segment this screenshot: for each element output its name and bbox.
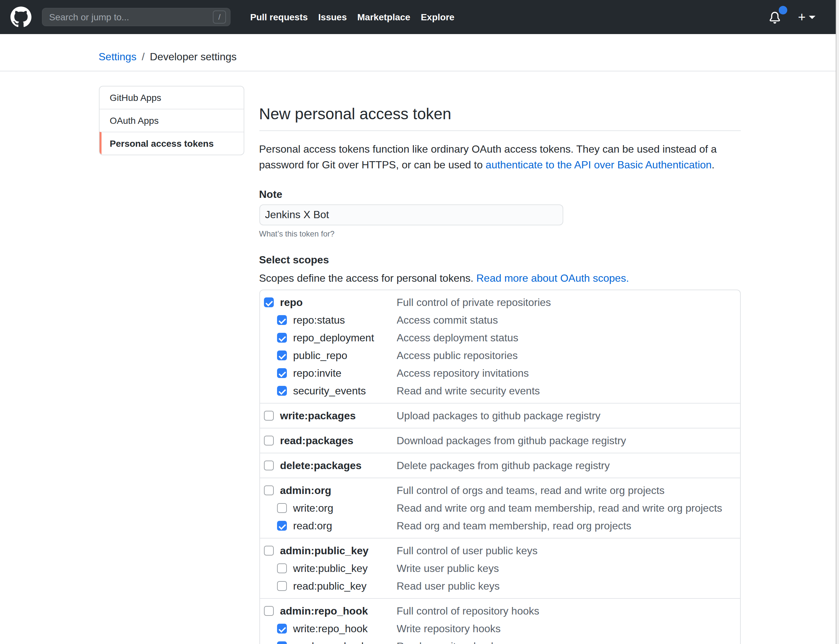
scopes-intro-text: Scopes define the access for personal to…: [259, 273, 476, 284]
scope-checkbox-admin-public-key[interactable]: [264, 546, 273, 555]
page-content: GitHub AppsOAuth AppsPersonal access tok…: [88, 86, 751, 644]
scope-row-repo-invite: repo:inviteAccess repository invitations: [260, 364, 740, 382]
scope-checkbox-delete-packages[interactable]: [264, 460, 273, 470]
nav-link-marketplace[interactable]: Marketplace: [357, 12, 410, 22]
scope-checkbox-read-packages[interactable]: [264, 436, 273, 445]
oauth-scopes-link[interactable]: Read more about OAuth scopes.: [476, 273, 629, 284]
window-scrollbar-edge[interactable]: [836, 0, 839, 644]
plus-icon: +: [798, 10, 806, 24]
nav-link-pull-requests[interactable]: Pull requests: [250, 12, 308, 22]
caret-down-icon: [809, 15, 815, 19]
scope-group: delete:packagesDelete packages from gith…: [260, 453, 740, 478]
scope-name-repo-invite[interactable]: repo:invite: [293, 367, 397, 379]
scope-row-repo-deployment: repo_deploymentAccess deployment status: [260, 329, 740, 347]
scope-name-repo-deployment[interactable]: repo_deployment: [293, 332, 397, 343]
scope-description: Full control of user public keys: [397, 545, 537, 557]
scope-checkbox-repo[interactable]: [264, 297, 273, 307]
scope-description: Read and write org and team membership, …: [397, 502, 722, 514]
scope-description: Full control of private repositories: [397, 296, 551, 308]
scope-checkbox-read-repo-hook[interactable]: [277, 641, 287, 644]
scope-name-write-packages[interactable]: write:packages: [280, 410, 397, 422]
scope-description: Write repository hooks: [397, 623, 501, 634]
breadcrumb-current: Developer settings: [150, 51, 237, 63]
scope-name-write-org[interactable]: write:org: [293, 502, 397, 514]
scope-checkbox-read-org[interactable]: [277, 521, 287, 531]
scope-name-read-org[interactable]: read:org: [293, 520, 397, 532]
scope-name-public-repo[interactable]: public_repo: [293, 350, 397, 361]
scope-checkbox-security-events[interactable]: [277, 386, 287, 396]
scope-row-read-repo-hook: read:repo_hookRead repository hooks: [260, 637, 740, 644]
basic-auth-link[interactable]: authenticate to the API over Basic Authe…: [486, 159, 712, 170]
scope-row-write-org: write:orgRead and write org and team mem…: [260, 499, 740, 517]
scope-row-write-repo-hook: write:repo_hookWrite repository hooks: [260, 620, 740, 637]
sidebar-item-github-apps[interactable]: GitHub Apps: [99, 87, 243, 109]
scope-description: Access commit status: [397, 314, 498, 326]
scope-row-admin-public-key: admin:public_keyFull control of user pub…: [260, 542, 740, 560]
scope-row-security-events: security_eventsRead and write security e…: [260, 382, 740, 400]
sidebar-item-oauth-apps[interactable]: OAuth Apps: [99, 109, 243, 132]
scope-checkbox-repo-deployment[interactable]: [277, 333, 287, 343]
scope-checkbox-repo-invite[interactable]: [277, 368, 287, 378]
breadcrumb-settings-link[interactable]: Settings: [99, 51, 136, 63]
scope-description: Read repository hooks: [397, 641, 501, 644]
scope-group: read:packagesDownload packages from gith…: [260, 428, 740, 453]
scope-name-write-public-key[interactable]: write:public_key: [293, 562, 397, 574]
sidebar-item-personal-access-tokens[interactable]: Personal access tokens: [99, 132, 243, 154]
scope-description: Download packages from github package re…: [397, 435, 626, 447]
scope-name-admin-public-key[interactable]: admin:public_key: [280, 545, 397, 557]
scope-group: admin:orgFull control of orgs and teams,…: [260, 478, 740, 538]
scope-checkbox-repo-status[interactable]: [277, 315, 287, 325]
scope-checkbox-admin-repo-hook[interactable]: [264, 606, 273, 616]
github-logo-icon[interactable]: [10, 7, 31, 28]
scope-row-admin-repo-hook: admin:repo_hookFull control of repositor…: [260, 602, 740, 620]
scope-description: Access public repositories: [397, 350, 518, 361]
scope-row-read-org: read:orgRead org and team membership, re…: [260, 517, 740, 535]
scope-name-admin-repo-hook[interactable]: admin:repo_hook: [280, 605, 397, 617]
note-label: Note: [259, 189, 740, 200]
scope-row-admin-org: admin:orgFull control of orgs and teams,…: [260, 481, 740, 499]
scope-description: Access deployment status: [397, 332, 519, 343]
scope-name-read-packages[interactable]: read:packages: [280, 435, 397, 447]
breadcrumb-separator: /: [142, 51, 145, 63]
scope-row-read-public-key: read:public_keyRead user public keys: [260, 577, 740, 595]
scope-checkbox-write-org[interactable]: [277, 503, 287, 513]
scope-checkbox-public-repo[interactable]: [277, 350, 287, 360]
select-scopes-heading: Select scopes: [259, 254, 740, 266]
search-shortcut-badge: /: [213, 10, 226, 24]
nav-link-explore[interactable]: Explore: [421, 12, 455, 22]
scope-checkbox-write-public-key[interactable]: [277, 564, 287, 573]
global-header: / Pull requestsIssuesMarketplaceExplore …: [0, 0, 839, 34]
scope-checkbox-write-repo-hook[interactable]: [277, 624, 287, 634]
scope-group: admin:repo_hookFull control of repositor…: [260, 598, 740, 644]
scope-name-admin-org[interactable]: admin:org: [280, 485, 397, 496]
scope-row-repo: repoFull control of private repositories: [260, 294, 740, 311]
scope-description: Read user public keys: [397, 580, 500, 592]
search-input[interactable]: [42, 8, 231, 26]
nav-link-issues[interactable]: Issues: [318, 12, 347, 22]
scope-name-delete-packages[interactable]: delete:packages: [280, 460, 397, 472]
scope-checkbox-write-packages[interactable]: [264, 411, 273, 421]
scope-group: repoFull control of private repositories…: [260, 290, 740, 403]
scope-name-security-events[interactable]: security_events: [293, 385, 397, 397]
scope-description: Read org and team membership, read org p…: [397, 520, 631, 532]
developer-settings-menu: GitHub AppsOAuth AppsPersonal access tok…: [99, 86, 244, 155]
scope-description: Delete packages from github package regi…: [397, 460, 610, 472]
scope-checkbox-admin-org[interactable]: [264, 485, 273, 495]
scope-name-write-repo-hook[interactable]: write:repo_hook: [293, 623, 397, 634]
scope-checkbox-read-public-key[interactable]: [277, 581, 287, 591]
scope-name-read-repo-hook[interactable]: read:repo_hook: [293, 641, 397, 644]
scope-row-public-repo: public_repoAccess public repositories: [260, 347, 740, 364]
scope-name-repo-status[interactable]: repo:status: [293, 314, 397, 326]
scope-description: Upload packages to github package regist…: [397, 410, 601, 422]
header-right-controls: +: [769, 9, 815, 25]
unread-notification-dot: [779, 6, 788, 15]
note-help-text: What’s this token for?: [259, 229, 740, 238]
scope-group: write:packagesUpload packages to github …: [260, 403, 740, 428]
scope-row-delete-packages: delete:packagesDelete packages from gith…: [260, 457, 740, 474]
create-new-menu-button[interactable]: +: [798, 10, 815, 24]
notifications-bell-icon[interactable]: [769, 9, 784, 25]
scope-name-read-public-key[interactable]: read:public_key: [293, 580, 397, 592]
header-nav: Pull requestsIssuesMarketplaceExplore: [250, 12, 465, 22]
note-input[interactable]: [259, 204, 563, 225]
scope-name-repo[interactable]: repo: [280, 296, 397, 308]
